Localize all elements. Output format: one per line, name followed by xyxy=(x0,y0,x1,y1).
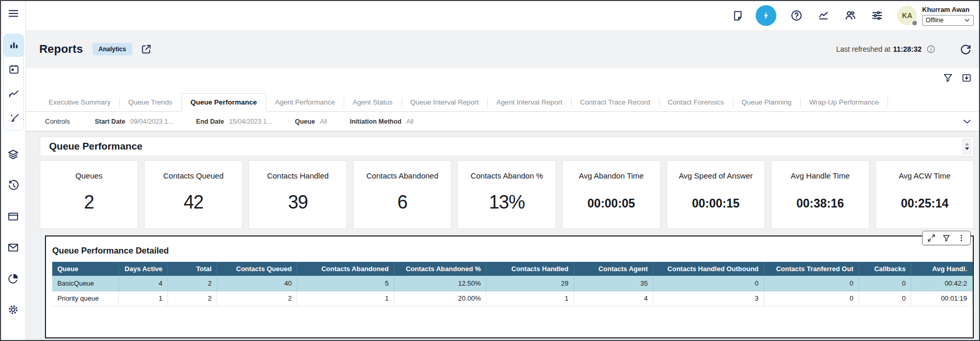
tab-agent-status[interactable]: Agent Status xyxy=(344,94,401,111)
tab-agent-interval-report[interactable]: Agent Interval Report xyxy=(487,94,571,111)
cell: 0 xyxy=(764,291,859,306)
filter-end-date[interactable]: End Date 15/04/2023 1... xyxy=(196,118,272,125)
kpi-label: Contacts Abandoned xyxy=(366,171,438,180)
paint-brush-icon xyxy=(8,112,20,124)
browser-window-icon xyxy=(7,211,19,223)
kpi-value: 2 xyxy=(84,191,94,213)
sidebar-item-layers[interactable] xyxy=(3,144,24,165)
bar-chart-icon xyxy=(8,40,20,51)
cell: 20.00% xyxy=(394,291,486,306)
col-contacts-handled-outbound[interactable]: Contacts Handled Outbound xyxy=(653,262,764,276)
queue-label: Queue xyxy=(295,118,315,125)
sidebar-item-metrics[interactable] xyxy=(4,34,24,57)
kpi-label: Contacts Queued xyxy=(163,171,224,180)
end-date-label: End Date xyxy=(196,118,224,125)
step-up-icon[interactable] xyxy=(965,143,969,145)
tab-queue-planning[interactable]: Queue Planning xyxy=(733,94,801,111)
tab-wrap-up-performance[interactable]: Wrap-Up Performance xyxy=(800,94,887,111)
filter-initiation-method[interactable]: Initiation Method All xyxy=(350,118,414,125)
col-avg-handle[interactable]: Avg Handl. xyxy=(911,262,973,276)
hamburger-menu-icon[interactable] xyxy=(7,8,20,19)
cell: 5 xyxy=(297,276,394,291)
col-callbacks[interactable]: Callbacks xyxy=(859,262,911,276)
kpi-card-avg-handle-time: Avg Handle Time 00:38:16 xyxy=(771,160,869,229)
sidebar-item-settings[interactable] xyxy=(3,299,24,320)
tab-agent-performance[interactable]: Agent Performance xyxy=(266,94,344,111)
metrics-icon[interactable] xyxy=(817,9,830,22)
avatar-initials: KA xyxy=(902,11,912,20)
kpi-card-contacts-abandoned: Contacts Abandoned 6 xyxy=(353,160,451,229)
info-icon[interactable] xyxy=(926,45,936,54)
sidebar-item-design[interactable] xyxy=(4,106,24,130)
tab-executive-summary[interactable]: Executive Summary xyxy=(40,94,119,111)
tab-contact-forensics[interactable]: Contact Forensics xyxy=(659,94,733,111)
report-actions xyxy=(943,72,972,83)
table-row-priority-queue[interactable]: Priority queue 1 2 2 1 20.00% 1 4 3 0 0 xyxy=(52,291,973,306)
notes-icon[interactable] xyxy=(731,9,744,22)
start-date-label: Start Date xyxy=(95,118,125,125)
kpi-cards: Queues 2 Contacts Queued 42 Contacts Han… xyxy=(40,160,974,229)
col-queue[interactable]: Queue xyxy=(52,262,119,276)
help-icon[interactable] xyxy=(790,9,803,22)
cell: 2 xyxy=(168,291,217,306)
controls-collapse-chevron-icon[interactable] xyxy=(962,117,972,126)
last-refreshed: Last refreshed at 11:28:32 xyxy=(836,43,972,55)
tab-queue-trends[interactable]: Queue Trends xyxy=(119,94,181,111)
step-down-icon[interactable] xyxy=(965,147,969,150)
gear-icon xyxy=(7,304,19,316)
kpi-value: 13% xyxy=(489,191,525,213)
kebab-menu-icon[interactable] xyxy=(957,234,966,242)
kpi-label: Contacts Handled xyxy=(267,171,329,180)
col-contacts-queued[interactable]: Contacts Queued xyxy=(217,262,297,276)
status-select[interactable]: Offline xyxy=(922,15,974,26)
col-contacts-agent[interactable]: Contacts Agent xyxy=(574,262,653,276)
users-icon[interactable] xyxy=(844,9,857,22)
tab-divider xyxy=(887,93,888,111)
tab-queue-interval-report[interactable]: Queue Interval Report xyxy=(402,94,488,111)
cell: BasicQueue xyxy=(52,276,119,291)
controls-title: Controls xyxy=(45,117,70,125)
content: Executive Summary Queue Trends Queue Per… xyxy=(26,68,979,340)
user-name: Khurram Awan xyxy=(922,6,974,13)
col-contacts-handled[interactable]: Contacts Handled xyxy=(486,262,574,276)
expand-icon[interactable] xyxy=(927,234,936,242)
table-row-basicqueue[interactable]: BasicQueue 4 2 40 5 12.50% 29 35 0 0 0 xyxy=(52,276,973,291)
filter-queue[interactable]: Queue All xyxy=(295,118,327,125)
kpi-card-contacts-handled: Contacts Handled 39 xyxy=(249,160,347,229)
col-contacts-abandoned[interactable]: Contacts Abandoned xyxy=(297,262,394,276)
widget-filter-icon[interactable] xyxy=(942,234,951,242)
status-value: Offline xyxy=(926,17,943,24)
contact-control-panel-icon[interactable] xyxy=(756,5,776,26)
topbar: KA Khurram Awan Offline xyxy=(26,1,979,30)
sidebar-item-workspace[interactable] xyxy=(3,206,24,227)
col-contacts-abandoned-pct[interactable]: Contacts Abandoned % xyxy=(394,262,486,276)
calendar-icon xyxy=(8,64,20,75)
col-contacts-tranferred-out[interactable]: Contacts Tranferred Out xyxy=(764,262,859,276)
sidebar-item-history[interactable] xyxy=(3,175,24,196)
sidebar-item-reports[interactable] xyxy=(3,268,24,289)
external-link-icon[interactable] xyxy=(141,43,152,55)
col-days-active[interactable]: Days Active xyxy=(119,262,168,276)
tab-contract-trace-record[interactable]: Contract Trace Record xyxy=(571,94,659,111)
cell: 40 xyxy=(217,276,297,291)
cell: 0 xyxy=(859,276,911,291)
settings-sliders-icon[interactable] xyxy=(870,9,884,22)
col-total[interactable]: Total xyxy=(168,262,217,276)
history-icon xyxy=(7,180,19,191)
sidebar xyxy=(1,1,26,340)
download-icon[interactable] xyxy=(961,72,972,83)
tab-queue-performance[interactable]: Queue Performance xyxy=(181,93,266,112)
table-header-row: Queue Days Active Total Contacts Queued … xyxy=(52,262,973,276)
page-header: Reports Analytics Last refreshed at 11:2… xyxy=(26,30,979,68)
queue-performance-table: Queue Days Active Total Contacts Queued … xyxy=(52,262,973,306)
sidebar-item-calendar[interactable] xyxy=(4,57,24,81)
cell: 2 xyxy=(168,276,217,291)
initiation-method-value: All xyxy=(406,118,414,125)
sidebar-item-mail[interactable] xyxy=(3,237,24,258)
sidebar-item-realtime-metrics[interactable] xyxy=(4,81,24,106)
refresh-icon[interactable] xyxy=(959,43,972,55)
sidebar-nav-group xyxy=(3,34,24,130)
filter-icon[interactable] xyxy=(943,72,953,83)
avatar[interactable]: KA xyxy=(897,6,917,25)
filter-start-date[interactable]: Start Date 09/04/2023 1... xyxy=(95,118,173,125)
